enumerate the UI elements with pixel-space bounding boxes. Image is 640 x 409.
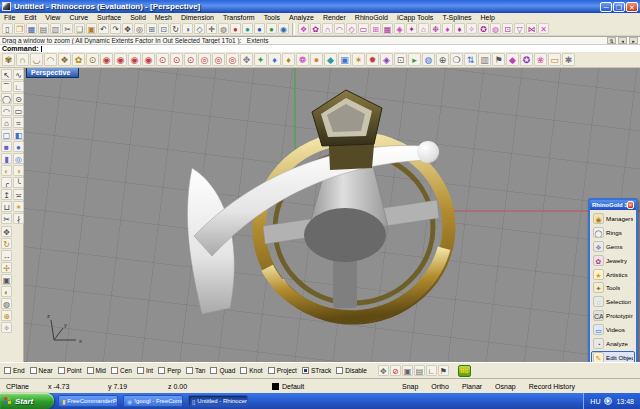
osnap-mid[interactable]: Mid — [87, 367, 106, 374]
play-green-icon[interactable]: ▸ — [408, 53, 421, 66]
no-entry-icon[interactable]: ⊘ — [390, 365, 401, 376]
ring-red-gem-5-icon[interactable]: ⊙ — [156, 53, 169, 66]
panel-item-tools[interactable]: ✦ Tools — [591, 281, 635, 294]
viewport-tab-perspective[interactable]: Perspective — [26, 68, 79, 78]
rg-twinkle-icon[interactable]: ✧ — [466, 23, 477, 34]
rg-channel-icon[interactable]: ⊞ — [370, 23, 381, 34]
osnap-tan[interactable]: Tan — [186, 367, 205, 374]
menu-icapp-tools[interactable]: iCapp Tools — [397, 14, 433, 22]
properties-icon[interactable]: ▧ — [50, 23, 61, 34]
open-file-icon[interactable]: ❐ — [14, 23, 25, 34]
menu-mesh[interactable]: Mesh — [155, 14, 172, 22]
pan-view-icon[interactable]: ✥ — [122, 23, 133, 34]
print-icon[interactable]: ▤ — [38, 23, 49, 34]
zoom-window-icon[interactable]: ⊞ — [146, 23, 157, 34]
sparkle-gold-icon[interactable]: ✶ — [352, 53, 365, 66]
array-icon[interactable]: ▣ — [1, 274, 12, 285]
command-back-icon[interactable]: ◂ — [618, 37, 627, 44]
copy-icon[interactable]: ❏ — [74, 23, 85, 34]
zoom-extents-icon[interactable]: ⊡ — [158, 23, 169, 34]
join-icon[interactable]: ⊔ — [1, 201, 12, 212]
task-rhinoceros[interactable]: ▯ Untitled - Rhinoceros ... — [188, 395, 248, 407]
menu-solid[interactable]: Solid — [130, 14, 146, 22]
panel-item-selection[interactable]: ◌ Selection — [591, 295, 635, 308]
paste-icon[interactable]: ▣ — [86, 23, 97, 34]
osnap-quad[interactable]: Quad — [210, 367, 235, 374]
ring-red-gem-6-icon[interactable]: ⊙ — [170, 53, 183, 66]
restore-button[interactable]: ❐ — [613, 2, 625, 12]
jewel-shank-icon[interactable]: ∩ — [16, 53, 29, 66]
toggle-snap[interactable]: Snap — [402, 383, 418, 390]
sphere-orange-icon[interactable]: ● — [310, 53, 323, 66]
checkbox-box[interactable] — [186, 367, 193, 374]
plate-blue-icon[interactable]: ▣ — [338, 53, 351, 66]
control-points-icon[interactable]: ∿ — [13, 69, 24, 80]
render-blue-sphere-icon[interactable]: ● — [254, 23, 265, 34]
command-prompt[interactable]: Command: — [0, 44, 640, 52]
rg-marquise-icon[interactable]: ♦ — [454, 23, 465, 34]
task-freecommander[interactable]: ▮ FreeCommanderPort... — [58, 395, 118, 407]
osnap-disable[interactable]: Disable — [336, 367, 367, 374]
zoom-dynamic-icon[interactable]: ◎ — [134, 23, 145, 34]
checkbox-box[interactable] — [240, 367, 247, 374]
menu-analyze[interactable]: Analyze — [289, 14, 314, 22]
rg-star-set-icon[interactable]: ✦ — [406, 23, 417, 34]
arc-icon[interactable]: ◠ — [1, 105, 12, 116]
rectangle-icon[interactable]: ▭ — [13, 105, 24, 116]
panel-item-jewelry[interactable]: ✿ Jewelry — [591, 254, 635, 267]
menu-rhinogold[interactable]: RhinoGold — [355, 14, 388, 22]
osnap-cen[interactable]: Cen — [111, 367, 132, 374]
freeform-icon[interactable]: ≈ — [13, 117, 24, 128]
bar-gold-icon[interactable]: ▭ — [548, 53, 561, 66]
minimize-button[interactable]: ─ — [600, 2, 612, 12]
rotate-object-icon[interactable]: ↻ — [1, 238, 12, 249]
checkbox-box[interactable] — [4, 367, 11, 374]
rg-gem-studio-icon[interactable]: ✿ — [310, 23, 321, 34]
osnap-knot[interactable]: Knot — [240, 367, 262, 374]
rg-v-prong-icon[interactable]: ▽ — [514, 23, 525, 34]
rg-cutter-icon[interactable]: ◇ — [346, 23, 357, 34]
osnap-project[interactable]: Project — [268, 367, 297, 374]
menu-help[interactable]: Help — [481, 14, 495, 22]
cplane-corner-icon[interactable]: ∟ — [426, 365, 437, 376]
rg-ring-wizard-icon[interactable]: ❖ — [298, 23, 309, 34]
rg-halo-icon[interactable]: ▦ — [382, 23, 393, 34]
render-teal-sphere-icon[interactable]: ● — [242, 23, 253, 34]
rg-box-set-icon[interactable]: ⊡ — [502, 23, 513, 34]
start-button[interactable]: Start — [0, 393, 54, 409]
wireframe-viewport-icon[interactable]: ◇ — [194, 23, 205, 34]
curve-icon[interactable]: ⌒ — [1, 81, 12, 92]
osnap-point[interactable]: Point — [58, 367, 82, 374]
split-icon[interactable]: ∤ — [13, 213, 24, 224]
menu-t-splines[interactable]: T-Splines — [442, 14, 471, 22]
rg-cluster-icon[interactable]: ◈ — [394, 23, 405, 34]
gem-purple-icon[interactable]: ◈ — [380, 53, 393, 66]
osnap-end[interactable]: End — [4, 367, 25, 374]
toggle-planar[interactable]: Planar — [462, 383, 482, 390]
save-file-icon[interactable]: ▦ — [26, 23, 37, 34]
checkbox-box[interactable] — [268, 367, 275, 374]
flag-tool-icon[interactable]: ⚑ — [492, 53, 505, 66]
surface-icon[interactable]: ▢ — [1, 129, 12, 140]
polygon-icon[interactable]: ⌂ — [1, 117, 12, 128]
panel-item-gems[interactable]: ❖ Gems — [591, 240, 635, 253]
ring-3d-model[interactable]: x y z — [24, 68, 640, 362]
palette-close-icon[interactable]: ✕ — [627, 201, 634, 209]
move-object-icon[interactable]: ✥ — [1, 226, 12, 237]
menu-surface[interactable]: Surface — [97, 14, 121, 22]
ring-red-gem-10-icon[interactable]: ◎ — [226, 53, 239, 66]
checkbox-box[interactable] — [158, 367, 165, 374]
flower-magenta-icon[interactable]: ❁ — [296, 53, 309, 66]
rosette-purple-icon[interactable]: ✪ — [520, 53, 533, 66]
boolean-union-icon[interactable]: ◐ — [1, 165, 12, 176]
panel-item-prototyping[interactable]: CAM Prototyping — [591, 309, 635, 322]
jewel-flower-icon[interactable]: ✿ — [72, 53, 85, 66]
circle-icon[interactable]: ◯ — [1, 93, 12, 104]
ring-red-gem-2-icon[interactable]: ◉ — [114, 53, 127, 66]
layer-icon[interactable]: ◍ — [1, 298, 12, 309]
redo-icon[interactable]: ↷ — [110, 23, 121, 34]
toggle-osnap[interactable]: Osnap — [495, 383, 516, 390]
ellipse-icon[interactable]: ⊙ — [13, 93, 24, 104]
analysis-icon[interactable]: ⊕ — [1, 310, 12, 321]
rg-flower-set-icon[interactable]: ❉ — [430, 23, 441, 34]
